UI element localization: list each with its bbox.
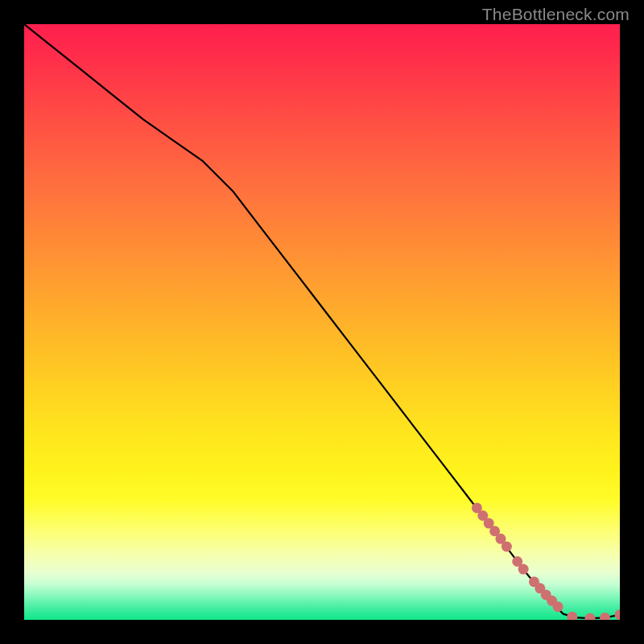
curve-marker [600,613,610,620]
curve-markers [472,502,620,620]
curve-marker [567,612,577,620]
chart-stage: TheBottleneck.com [0,0,644,644]
plot-area [24,24,620,620]
bottleneck-curve [24,24,620,618]
chart-overlay-svg [24,24,620,620]
curve-marker [518,564,529,575]
curve-marker [585,613,596,620]
attribution-label: TheBottleneck.com [482,5,630,24]
curve-marker [502,541,512,551]
curve-marker [553,601,564,612]
curve-marker [615,609,621,620]
